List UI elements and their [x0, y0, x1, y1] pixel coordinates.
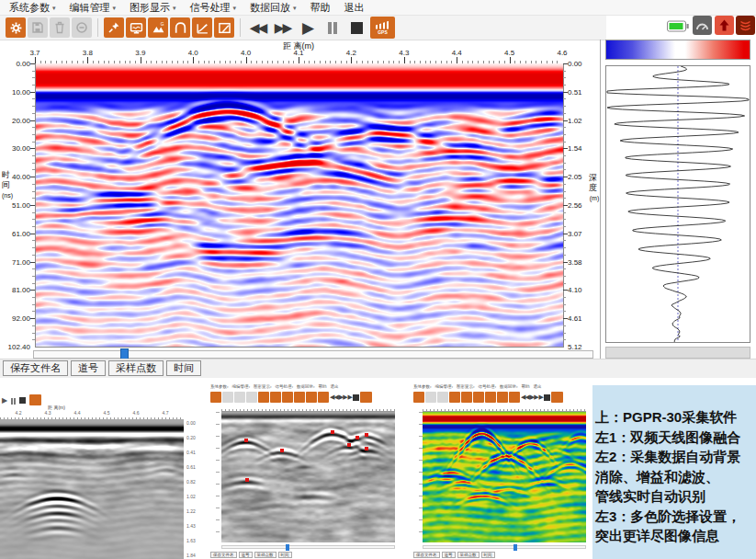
annotate-button[interactable]	[214, 17, 234, 38]
thumb3-slider-thumb	[513, 544, 517, 551]
marker-pin-button[interactable]	[104, 17, 124, 38]
display-settings-button[interactable]	[126, 17, 146, 38]
caret-icon: ▾	[233, 5, 237, 11]
time-axis-title-text: 时间	[1, 170, 11, 190]
radargram-canvas	[35, 63, 564, 348]
pipeline-detect-button[interactable]	[170, 17, 190, 38]
mini-settings-button	[413, 392, 424, 403]
mini-stop-icon	[544, 394, 550, 401]
menu-item-5[interactable]: 帮助	[310, 1, 331, 15]
thumb1-depth-tick-2: 0.41	[186, 450, 196, 455]
depth-tick-3: 1.54	[568, 144, 582, 153]
status-tab-2[interactable]: 采样点数	[108, 360, 164, 376]
caption-line-3: 消除、增益和滤波、	[595, 467, 755, 487]
caret-icon: ▾	[227, 385, 229, 389]
status-tab-3[interactable]: 时间	[166, 360, 201, 376]
mini-tab-3: 时间	[278, 552, 292, 558]
play-button[interactable]: ▶	[296, 17, 319, 38]
thumb2-slider-thumb	[286, 544, 289, 551]
depth-axis-title-text: 深度	[588, 173, 598, 193]
upload-button[interactable]	[715, 16, 734, 35]
caption-text: 上：PGPR-30采集软件左1：双频天线图像融合左2：采集数据自动背景消除、增益…	[595, 407, 755, 546]
colorbar	[605, 40, 750, 60]
mini-menu-bar: 系统参数▾编辑管理▾图形显示▾信号处理▾数据回放▾帮助退出	[413, 384, 584, 389]
menu-item-3[interactable]: 信号处理▾	[190, 1, 237, 15]
caret-icon: ▾	[293, 5, 297, 11]
menu-item-4[interactable]: 数据回放▾	[250, 1, 297, 15]
thumb1-depth-tick-0: 0.00	[186, 420, 196, 426]
trace-panel	[605, 65, 750, 343]
settings-button[interactable]	[6, 17, 26, 38]
radar-button[interactable]	[736, 16, 755, 35]
circle-icon	[75, 21, 88, 34]
pgpr-main-window: 系统参数▾编辑管理▾图形显示▾信号处理▾数据回放▾帮助退出 G	[0, 0, 756, 559]
mini-pin-button	[449, 392, 460, 403]
signal-curve-button[interactable]	[192, 17, 212, 38]
status-tab-1[interactable]: 道号	[71, 360, 106, 376]
curve-icon	[196, 21, 209, 35]
time-axis-tickmarks	[30, 63, 35, 347]
toolbar-separator	[240, 18, 241, 37]
caption-line-2: 左2：采集数据自动背景	[595, 447, 755, 467]
mini-tab-0: 保存文件名	[413, 552, 440, 558]
mini-gain-button	[473, 392, 484, 403]
caret-icon: ▾	[292, 385, 294, 389]
time-axis-title: 时间 (ns)	[1, 170, 14, 200]
trace-position-slider[interactable]	[33, 350, 593, 359]
time-tick-7: 71.00	[12, 257, 30, 266]
mini-tab-3: 时间	[481, 552, 495, 558]
menu-item-2[interactable]: 图形显示▾	[130, 1, 176, 15]
pause-button[interactable]	[321, 17, 344, 38]
record-button[interactable]	[72, 17, 92, 38]
toolbar-separator	[97, 18, 98, 37]
time-tick-4: 40.00	[12, 173, 30, 181]
thumb1-depth-tick-9: 1.84	[186, 553, 196, 558]
mini-menu-item-5: 帮助	[522, 384, 530, 389]
mini-annotate-button	[509, 392, 520, 403]
delete-button[interactable]	[50, 17, 70, 38]
hyperbola-icon	[174, 21, 187, 35]
mini-settings-button	[210, 392, 221, 403]
time-tick-1: 10.00	[12, 87, 30, 96]
gauge-icon	[695, 19, 709, 31]
caret-icon: ▾	[495, 385, 497, 389]
thumb1-depth-tick-1: 0.20	[186, 435, 196, 440]
stop-button[interactable]	[345, 17, 368, 38]
svg-text:G: G	[160, 21, 164, 26]
fast-forward-button[interactable]: ▶▶	[271, 17, 294, 38]
x-tick-5: 4.1	[293, 49, 303, 57]
depth-tick-7: 3.58	[568, 257, 582, 266]
rewind-button[interactable]: ◀◀	[246, 17, 269, 38]
depth-tick-8: 4.10	[568, 286, 582, 294]
gain-button[interactable]: G	[148, 17, 168, 38]
menu-item-6[interactable]: 退出	[344, 1, 365, 15]
menu-item-1[interactable]: 编辑管理▾	[70, 1, 117, 15]
gauge-button[interactable]	[693, 16, 712, 35]
thumbnail-1-grayscale: ▶ 距 离(m) 4.24.34.44.54.64.7 0.000.200.41…	[0, 390, 198, 559]
gps-button[interactable]: GPS	[370, 17, 395, 39]
menu-item-0[interactable]: 系统参数▾	[9, 1, 56, 15]
mini-menu-item-2: 图形显示▾	[254, 384, 272, 389]
depth-tick-9: 4.61	[568, 314, 582, 323]
mini-gps-button	[551, 392, 563, 403]
time-tick-5: 51.00	[12, 201, 30, 210]
mini-curve-button	[497, 392, 508, 403]
thumb3-tabs: 保存文件名道号采样点数时间	[413, 552, 495, 558]
x-tick-1: 3.8	[83, 49, 93, 57]
time-tick-9: 92.00	[12, 314, 30, 323]
battery-icon	[667, 20, 689, 32]
mini-toolbar: ▶	[2, 392, 41, 408]
status-tab-0[interactable]: 保存文件名	[3, 360, 68, 376]
thumb1-depth-tick-4: 0.82	[186, 479, 196, 485]
mini-pipeline-button	[294, 392, 305, 403]
mini-pipeline-button	[485, 392, 496, 403]
depth-axis-tickmarks	[563, 63, 568, 347]
caret-icon: ▾	[113, 5, 117, 11]
x-tick-4: 4.0	[241, 49, 251, 57]
mini-curve-button	[306, 392, 317, 403]
save-button[interactable]	[28, 17, 48, 38]
thumb1-depth-tick-5: 1.02	[186, 494, 196, 499]
mini-display-button	[270, 392, 281, 403]
mini-annotate-button	[318, 392, 329, 403]
x-tick-9: 4.5	[504, 49, 514, 57]
